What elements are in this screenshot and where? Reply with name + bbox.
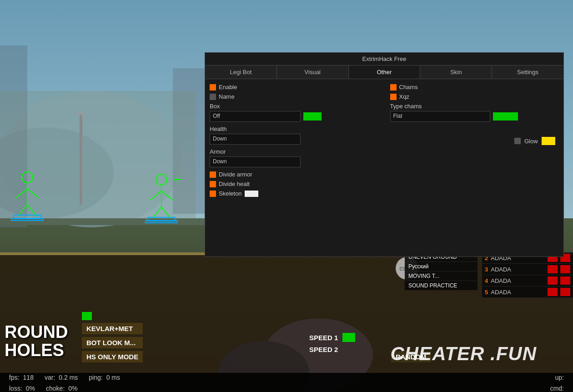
divide-armor-label: Divide armor (219, 171, 252, 178)
glow-checkbox[interactable] (514, 138, 521, 144)
divide-healt-checkbox[interactable] (210, 181, 216, 187)
right-text-panel: UNEVEN GROUND Русский MOVING T... SOUND … (405, 252, 478, 290)
skeleton-checkbox[interactable] (210, 191, 216, 197)
name-label: Name (219, 93, 235, 100)
chams-label: Chams (399, 84, 418, 90)
score-row-5: 5 ADADA (482, 286, 573, 298)
svg-rect-8 (77, 113, 85, 115)
skeleton-color-swatch[interactable] (245, 191, 258, 197)
bot-look-panel: BOT LOOK M... (82, 337, 143, 348)
health-dropdown-row: Down (210, 134, 379, 145)
tab-settings[interactable]: Settings (492, 65, 563, 79)
kevlar-panel: KEVLAR+MET (82, 323, 143, 334)
name-checkbox[interactable] (210, 94, 216, 100)
armor-section-label: Armor (210, 148, 379, 155)
enable-label: Enable (219, 84, 237, 90)
hack-content: Enable Name Box Off Health (205, 79, 563, 204)
chams-row: Chams (390, 84, 559, 90)
type-chams-green-btn[interactable] (493, 112, 518, 121)
type-chams-dropdown[interactable]: Flat (390, 111, 490, 122)
watermark: CHEATER .FUN (390, 343, 537, 365)
glow-color-swatch[interactable] (542, 137, 555, 145)
hs-only-panel: HS ONLY MODE (82, 351, 143, 362)
box-dropdown-row: Off (210, 111, 379, 122)
svg-rect-7 (80, 114, 82, 205)
health-dropdown[interactable]: Down (210, 134, 301, 145)
score-row-4: 4 ADADA (482, 275, 573, 286)
enable-row: Enable (210, 84, 379, 90)
hack-tabs: Legi Bot Visual Other Skin Settings (205, 65, 563, 79)
tab-other[interactable]: Other (349, 65, 421, 79)
box-green-btn[interactable] (303, 112, 322, 121)
hack-window: ExtrimHack Free Legi Bot Visual Other Sk… (205, 52, 564, 257)
divide-armor-checkbox[interactable] (210, 171, 216, 178)
armor-dropdown[interactable]: Down (210, 156, 301, 167)
xqz-row: Xqz (390, 93, 559, 100)
health-section-label: Health (210, 126, 379, 132)
box-dropdown[interactable]: Off (210, 111, 301, 122)
enable-checkbox[interactable] (210, 84, 216, 90)
box-section-label: Box (210, 103, 379, 110)
type-chams-dropdown-row: Flat (390, 111, 559, 122)
type-chams-label: Type chams (390, 103, 559, 110)
hud-panel-green (82, 312, 143, 320)
right-column: Glow Chams Xqz Type chams (383, 84, 559, 200)
chams-section: Chams Xqz Type chams Flat (390, 84, 559, 122)
divide-armor-row: Divide armor (210, 171, 379, 178)
holes-label: HOLES (5, 341, 64, 360)
svg-rect-6 (0, 91, 196, 223)
tab-skin[interactable]: Skin (420, 65, 492, 79)
glow-section: Glow (514, 137, 555, 148)
skeleton-label: Skeleton (219, 190, 242, 197)
armor-dropdown-row: Down (210, 156, 379, 167)
svg-rect-9 (0, 218, 205, 225)
glow-label: Glow (524, 138, 538, 145)
tab-legi-bot[interactable]: Legi Bot (205, 65, 277, 79)
tab-visual[interactable]: Visual (277, 65, 349, 79)
glow-row: Glow (514, 137, 555, 145)
hack-title-bar: ExtrimHack Free (205, 53, 563, 65)
skeleton-row: Skeleton (210, 190, 379, 197)
hack-title: ExtrimHack Free (362, 55, 407, 62)
xqz-label: Xqz (399, 93, 409, 100)
speed1-row: SPEED 1 (309, 333, 355, 342)
round-label: ROUND (5, 322, 68, 342)
score-row-3: 3 ADADA (482, 264, 573, 275)
speed2-row: SPEED 2 (309, 346, 355, 353)
left-column: Enable Name Box Off Health (210, 84, 379, 200)
fps-bar: fps:118 var:0.2 ms ping:0 ms up: loss:0%… (0, 373, 573, 392)
divide-healt-label: Divide healt (219, 181, 250, 187)
chams-checkbox[interactable] (390, 84, 397, 90)
xqz-checkbox[interactable] (390, 94, 397, 100)
score-panel: 2 ADADA 3 ADADA 4 ADADA 5 ADADA (482, 252, 573, 298)
name-row: Name (210, 93, 379, 100)
divide-healt-row: Divide healt (210, 181, 379, 187)
